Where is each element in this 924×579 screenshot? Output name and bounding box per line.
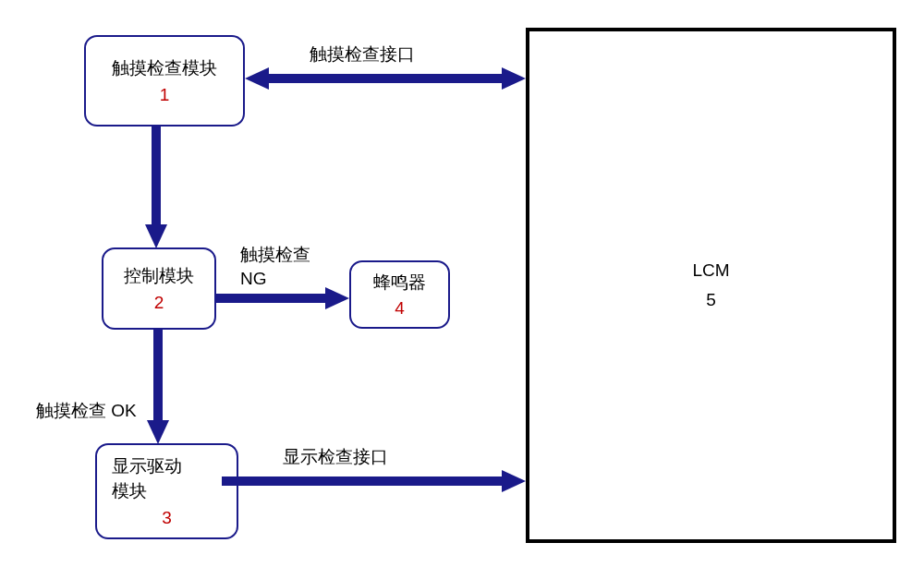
node-display-driver: 显示驱动 模块 3	[95, 443, 238, 539]
arrow-touch-control	[152, 125, 161, 224]
arrow-touch-lcm-left	[245, 67, 269, 90]
label-touch-interface: 触摸检查接口	[310, 42, 415, 66]
label-ng-l2: NG	[240, 269, 267, 288]
node-touch-check-title: 触摸检查模块	[112, 56, 217, 81]
arrow-display-lcm	[222, 476, 502, 486]
node-display-driver-title1: 显示驱动	[112, 454, 182, 479]
arrow-control-buzzer	[214, 294, 325, 303]
node-lcm: LCM 5	[526, 28, 896, 543]
node-control-title: 控制模块	[124, 264, 194, 289]
node-buzzer-number: 4	[395, 298, 405, 319]
node-display-driver-title2: 模块	[112, 479, 147, 504]
node-buzzer: 蜂鸣器 4	[349, 260, 450, 329]
label-ok: 触摸检查 OK	[36, 399, 137, 423]
arrow-display-lcm-head	[502, 470, 526, 492]
arrow-touch-lcm	[269, 74, 502, 83]
arrow-touch-lcm-right	[502, 67, 526, 90]
node-control-number: 2	[154, 293, 164, 313]
node-lcm-title: LCM	[692, 260, 729, 281]
label-display-interface: 显示检查接口	[283, 445, 388, 469]
arrow-control-display-head	[147, 420, 169, 444]
node-touch-check: 触摸检查模块 1	[84, 35, 245, 127]
arrow-touch-control-head	[145, 224, 167, 248]
node-lcm-number: 5	[706, 290, 716, 310]
node-buzzer-title: 蜂鸣器	[373, 271, 426, 296]
node-touch-check-number: 1	[160, 85, 170, 105]
node-display-driver-number: 3	[162, 508, 172, 528]
arrow-control-buzzer-head	[325, 287, 349, 309]
arrow-control-display	[153, 328, 163, 420]
label-ng: 触摸检查 NG	[240, 243, 310, 290]
node-control: 控制模块 2	[102, 247, 216, 330]
label-ng-l1: 触摸检查	[240, 245, 310, 264]
